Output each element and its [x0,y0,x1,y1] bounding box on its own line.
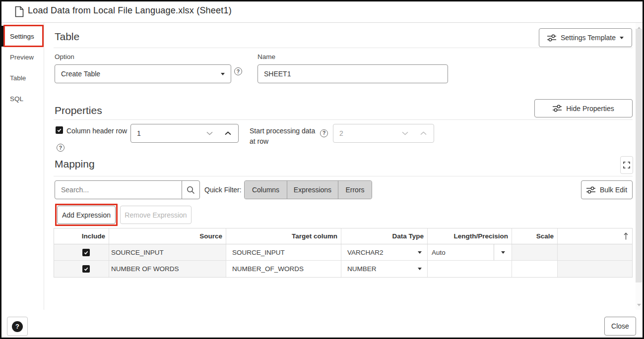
bulk-edit-button[interactable]: Bulk Edit [581,180,633,199]
sidebar-item-sql[interactable]: SQL [1,88,44,109]
mapping-table: Include Source Target column Data Type L… [54,228,633,278]
window-border [0,0,644,339]
maximize-icon [623,162,630,169]
name-label: Name [258,53,275,60]
source-cell: SOURCE_INPUT [109,244,226,260]
chevron-down-icon[interactable] [501,251,505,254]
sidebar-item-settings[interactable]: Settings [1,26,44,47]
table-section-divider [54,48,633,48]
remove-expression-button: Remove Expression [120,206,192,224]
col-include[interactable]: Include [54,228,109,244]
chevron-down-icon [418,251,422,254]
scrollbar-thumb[interactable] [636,29,642,282]
source-cell: NUMBER OF WORDS [109,261,226,277]
quick-filter-columns[interactable]: Columns [245,181,287,199]
properties-section-heading: Properties [55,105,102,116]
col-data-type[interactable]: Data Type [341,228,428,244]
load-data-dialog: Load Data from Local File Language.xlsx … [0,0,644,339]
start-processing-spinner: 2 [333,124,434,143]
column-header-row-help-icon[interactable]: ? [57,144,64,152]
sort-ascending-icon [623,232,629,240]
col-scale[interactable]: Scale [512,228,558,244]
properties-section-divider [54,119,633,120]
scrollbar[interactable] [636,23,642,310]
spinner-down-icon [402,131,408,135]
scale-cell[interactable] [512,261,558,277]
spinner-down-icon[interactable] [206,131,213,135]
column-header-row-spinner[interactable]: 1 [130,124,239,143]
sidebar-item-table[interactable]: Table [1,67,44,88]
help-button[interactable]: ? [7,317,28,336]
dialog-title: Load Data from Local File Language.xlsx … [28,5,232,16]
add-expression-button[interactable]: Add Expression [57,206,116,224]
row-extra-cell [558,261,632,277]
chevron-down-icon [221,73,225,75]
sidebar-border [44,23,44,310]
table-row: NUMBER OF WORDS NUMBER_OF_WORDS NUMBER [54,261,632,277]
start-processing-help-icon[interactable]: ? [320,129,328,137]
length-precision-cell[interactable] [428,261,512,277]
hide-properties-button[interactable]: Hide Properties [534,99,633,117]
table-row: SOURCE_INPUT SOURCE_INPUT VARCHAR2 Auto [54,244,632,261]
column-header-row-checkbox[interactable] [56,126,63,134]
search-icon [187,186,195,194]
chevron-down-icon [620,37,624,39]
row-extra-cell [558,244,632,260]
search-input[interactable]: Search... [55,180,182,199]
include-checkbox[interactable] [82,265,90,273]
help-icon: ? [12,321,23,332]
sidebar-item-preview[interactable]: Preview [1,47,44,67]
mapping-section-heading: Mapping [55,158,95,170]
column-header-row-label: Column header row [66,127,127,135]
scrollbar-down-icon[interactable] [637,304,641,306]
sliders-icon [586,186,596,194]
data-type-select[interactable]: VARCHAR2 [341,244,428,260]
col-sort[interactable] [558,228,632,244]
spinner-up-icon[interactable] [225,131,231,135]
col-target-column[interactable]: Target column [226,228,341,244]
length-precision-combobox[interactable]: Auto [428,244,512,260]
mapping-table-header: Include Source Target column Data Type L… [54,228,632,244]
col-length-precision[interactable]: Length/Precision [428,228,512,244]
start-processing-label: Start processing data ? at row [250,127,328,146]
target-column-cell[interactable]: NUMBER_OF_WORDS [226,261,341,277]
sliders-icon [547,34,557,42]
titlebar-separator [1,22,643,23]
document-icon [15,6,24,17]
data-type-select[interactable]: NUMBER [341,261,428,277]
quick-filter-errors[interactable]: Errors [338,181,372,199]
scale-cell [512,244,558,260]
settings-template-button[interactable]: Settings Template [539,28,632,47]
table-section-heading: Table [55,31,79,43]
col-source[interactable]: Source [109,228,226,244]
close-button[interactable]: Close [604,317,636,336]
target-column-cell[interactable]: SOURCE_INPUT [226,244,341,260]
option-label: Option [55,53,74,60]
expand-mapping-button[interactable] [620,156,633,174]
quick-filter-group: Columns Expressions Errors [244,180,372,199]
include-checkbox[interactable] [82,249,90,256]
name-input[interactable]: SHEET1 [258,64,448,83]
search-button[interactable] [182,180,200,199]
quick-filter-label: Quick Filter: [204,186,242,194]
chevron-down-icon [418,268,422,270]
option-select[interactable]: Create Table [55,64,231,83]
quick-filter-expressions[interactable]: Expressions [287,181,338,199]
sliders-icon [553,105,562,112]
spinner-up-icon [420,131,427,135]
option-help-icon[interactable]: ? [234,67,242,75]
mapping-section-divider [54,176,633,176]
